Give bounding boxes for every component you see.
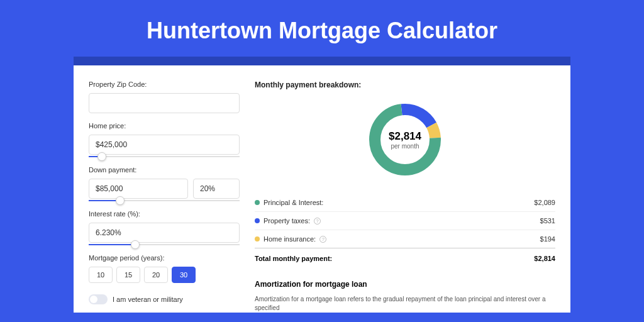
- legend-dot: [255, 236, 260, 242]
- page-title: Huntertown Mortgage Calculator: [0, 0, 644, 57]
- down-payment-label: Down payment:: [89, 166, 240, 174]
- slider-thumb[interactable]: [131, 240, 140, 249]
- info-icon[interactable]: ?: [314, 218, 321, 225]
- breakdown-title: Monthly payment breakdown:: [255, 80, 555, 89]
- total-row: Total monthly payment: $2,814: [255, 248, 555, 274]
- toggle-knob: [90, 296, 97, 303]
- legend-row: Home insurance:?$194: [255, 230, 555, 248]
- home-price-label: Home price:: [89, 122, 240, 130]
- legend-value: $2,089: [534, 199, 555, 206]
- legend-dot: [255, 218, 260, 223]
- legend-row: Principal & Interest:$2,089: [255, 194, 555, 212]
- veteran-label: I am veteran or military: [113, 296, 183, 303]
- zip-field-group: Property Zip Code:: [89, 80, 240, 113]
- home-price-input[interactable]: [89, 135, 240, 155]
- donut-chart-wrap: $2,814 per month: [255, 101, 555, 179]
- period-button-10[interactable]: 10: [89, 267, 113, 283]
- down-payment-input[interactable]: [89, 179, 188, 199]
- slider-thumb[interactable]: [97, 152, 106, 161]
- interest-rate-group: Interest rate (%):: [89, 210, 240, 245]
- legend-label: Principal & Interest:: [264, 199, 323, 206]
- period-button-20[interactable]: 20: [144, 267, 168, 283]
- zip-input[interactable]: [89, 93, 240, 113]
- amortization-title: Amortization for mortgage loan: [255, 280, 555, 289]
- donut-chart: $2,814 per month: [366, 101, 444, 179]
- legend-label: Property taxes:: [264, 217, 310, 225]
- down-payment-slider[interactable]: [89, 200, 240, 201]
- form-column: Property Zip Code: Home price: Down paym…: [89, 80, 240, 313]
- legend-dot: [255, 200, 260, 205]
- interest-rate-input[interactable]: [89, 223, 240, 243]
- zip-label: Property Zip Code:: [89, 80, 240, 88]
- slider-thumb[interactable]: [116, 196, 125, 205]
- legend-value: $531: [540, 217, 555, 225]
- veteran-toggle[interactable]: [89, 294, 108, 304]
- down-payment-pct-input[interactable]: [193, 179, 240, 199]
- breakdown-column: Monthly payment breakdown: $2,814 per mo…: [255, 80, 555, 313]
- donut-center-value: $2,814: [389, 130, 421, 143]
- veteran-toggle-row: I am veteran or military: [89, 294, 240, 304]
- period-button-15[interactable]: 15: [116, 267, 140, 283]
- total-value: $2,814: [534, 255, 555, 262]
- legend-value: $194: [540, 235, 555, 243]
- interest-rate-slider[interactable]: [89, 244, 240, 245]
- home-price-slider[interactable]: [89, 156, 240, 157]
- interest-rate-label: Interest rate (%):: [89, 210, 240, 218]
- mortgage-period-label: Mortgage period (years):: [89, 254, 240, 262]
- calculator-container: Property Zip Code: Home price: Down paym…: [74, 57, 570, 313]
- legend-row: Property taxes:?$531: [255, 212, 555, 230]
- home-price-group: Home price:: [89, 122, 240, 157]
- donut-center-sub: per month: [391, 143, 419, 150]
- total-label: Total monthly payment:: [255, 255, 332, 262]
- mortgage-period-group: Mortgage period (years): 10152030: [89, 254, 240, 283]
- period-button-30[interactable]: 30: [172, 267, 196, 283]
- calculator-card: Property Zip Code: Home price: Down paym…: [74, 65, 570, 313]
- down-payment-group: Down payment:: [89, 166, 240, 201]
- info-icon[interactable]: ?: [319, 236, 326, 243]
- legend-label: Home insurance:: [264, 235, 316, 243]
- amortization-text: Amortization for a mortgage loan refers …: [255, 295, 555, 313]
